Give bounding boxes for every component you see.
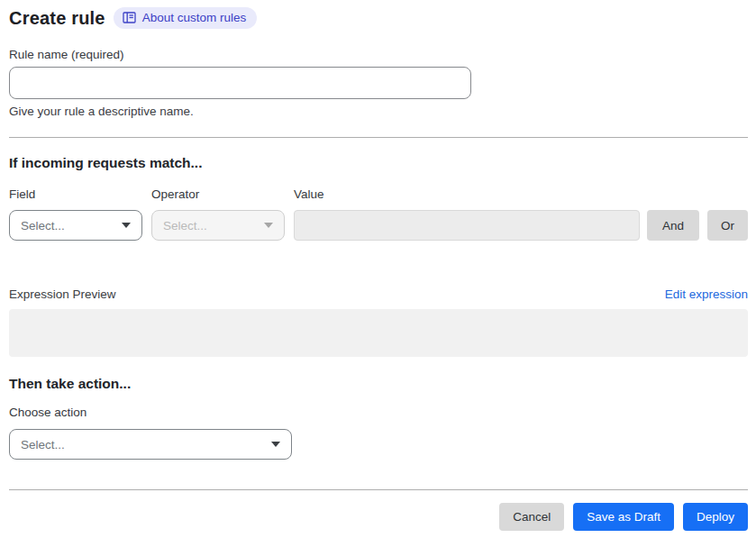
section-divider-bottom xyxy=(9,489,748,490)
field-column: Field Select... xyxy=(9,187,142,241)
cancel-button[interactable]: Cancel xyxy=(499,503,564,531)
expression-builder-row: Field Select... Operator Select... Value… xyxy=(9,187,748,241)
choose-action-select[interactable]: Select... xyxy=(9,429,292,460)
choose-action-placeholder: Select... xyxy=(21,438,65,451)
action-section: Then take action... Choose action Select… xyxy=(9,376,748,460)
caret-down-icon xyxy=(264,223,273,228)
rule-name-input[interactable] xyxy=(9,67,471,99)
book-icon xyxy=(123,12,136,23)
value-label: Value xyxy=(294,187,640,201)
operator-select-placeholder: Select... xyxy=(163,219,207,233)
rule-name-helper-text: Give your rule a descriptive name. xyxy=(9,105,748,118)
page-header: Create rule About custom rules xyxy=(9,7,748,29)
value-column: Value xyxy=(294,187,640,241)
caret-down-icon xyxy=(271,442,280,447)
about-custom-rules-link[interactable]: About custom rules xyxy=(114,7,258,29)
save-as-draft-button[interactable]: Save as Draft xyxy=(573,503,674,531)
page-title: Create rule xyxy=(9,8,105,29)
operator-select[interactable]: Select... xyxy=(151,210,285,241)
choose-action-label: Choose action xyxy=(9,406,748,419)
footer-actions: Cancel Save as Draft Deploy xyxy=(9,503,748,531)
match-section: If incoming requests match... Field Sele… xyxy=(9,155,748,241)
value-input[interactable] xyxy=(294,210,640,241)
and-button[interactable]: And xyxy=(647,210,699,241)
create-rule-page: Create rule About custom rules Rule name… xyxy=(0,0,756,538)
operator-label: Operator xyxy=(151,187,285,201)
section-divider-top xyxy=(9,137,748,138)
field-label: Field xyxy=(9,187,142,201)
edit-expression-link[interactable]: Edit expression xyxy=(665,287,748,301)
field-select-placeholder: Select... xyxy=(21,219,65,233)
action-section-heading: Then take action... xyxy=(9,376,748,392)
expression-preview-header: Expression Preview Edit expression xyxy=(9,287,748,301)
or-button[interactable]: Or xyxy=(707,210,748,241)
rule-name-label: Rule name (required) xyxy=(9,48,748,61)
rule-name-section: Rule name (required) Give your rule a de… xyxy=(9,48,748,118)
field-select[interactable]: Select... xyxy=(9,210,142,241)
expression-preview-label: Expression Preview xyxy=(9,287,116,301)
match-section-heading: If incoming requests match... xyxy=(9,155,748,171)
caret-down-icon xyxy=(122,223,131,228)
operator-column: Operator Select... xyxy=(151,187,285,241)
deploy-button[interactable]: Deploy xyxy=(683,503,748,531)
expression-preview-panel xyxy=(9,309,748,357)
about-custom-rules-label: About custom rules xyxy=(142,11,247,24)
